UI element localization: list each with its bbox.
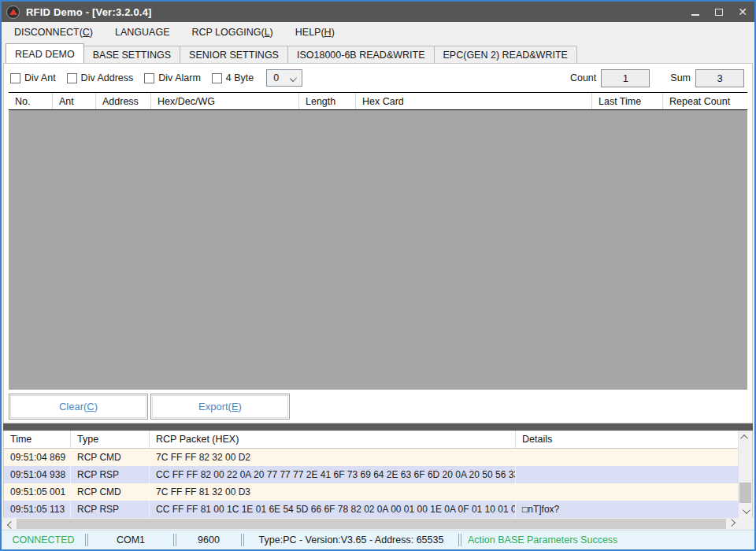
column-header-no[interactable]: No. xyxy=(9,93,53,109)
filter-row: Div Ant Div Address Div Alarm 4 Byte 0 C… xyxy=(9,64,747,92)
div-ant-checkbox[interactable] xyxy=(10,73,20,83)
log-time: 09:51:04 938 xyxy=(4,466,71,483)
vertical-scrollbar[interactable] xyxy=(738,431,752,518)
log-time: 09:51:05 001 xyxy=(4,483,71,501)
four-byte-checkbox-group[interactable]: 4 Byte xyxy=(212,72,254,83)
horizontal-scroll-thumb[interactable] xyxy=(17,519,726,529)
scroll-up-icon xyxy=(740,435,748,442)
log-packet: CC FF FF 81 00 1C 1E 01 6E 54 5D 66 6F 7… xyxy=(150,501,516,518)
log-packet: CC FF FF 82 00 22 0A 20 77 77 77 2E 41 6… xyxy=(150,466,516,483)
log-table-header: Time Type RCP Packet (HEX) Details xyxy=(4,431,738,449)
four-byte-checkbox[interactable] xyxy=(212,73,222,83)
tab-strip: READ DEMO BASE SETTINGS SENIOR SETTINGS … xyxy=(2,43,754,63)
status-bar: CONNECTED COM1 9600 Type:PC - Version:V3… xyxy=(2,530,754,549)
column-header-length[interactable]: Length xyxy=(299,93,356,109)
div-ant-checkbox-group[interactable]: Div Ant xyxy=(10,72,56,83)
title-bar: RFID Demo - [Ver:3.2.0.4] ✕ xyxy=(2,2,754,22)
log-row[interactable]: 09:51:04 869 RCP CMD 7C FF FF 82 32 00 D… xyxy=(4,449,738,466)
minimize-button[interactable] xyxy=(684,2,707,22)
scroll-left-icon xyxy=(7,521,15,529)
vertical-scroll-thumb[interactable] xyxy=(739,483,751,503)
tab-base-settings[interactable]: BASE SETTINGS xyxy=(83,46,180,63)
log-details xyxy=(516,449,738,466)
rcp-log-table: Time Type RCP Packet (HEX) Details 09:51… xyxy=(4,431,738,518)
scroll-up-button[interactable] xyxy=(739,431,752,444)
connection-status: CONNECTED xyxy=(2,531,85,549)
sum-label: Sum xyxy=(670,72,691,83)
log-time: 09:51:04 869 xyxy=(4,449,71,466)
log-type: RCP CMD xyxy=(71,449,150,466)
div-address-checkbox[interactable] xyxy=(67,73,77,83)
log-row[interactable]: 09:51:05 001 RCP CMD 7C FF FF 81 32 00 D… xyxy=(4,483,738,501)
count-field[interactable]: 1 xyxy=(601,69,650,87)
div-alarm-checkbox-group[interactable]: Div Alarm xyxy=(144,72,200,83)
scroll-right-icon xyxy=(728,519,736,527)
scroll-right-button[interactable] xyxy=(726,518,739,530)
byte-offset-dropdown[interactable]: 0 xyxy=(266,69,302,87)
window-title: RFID Demo - [Ver:3.2.0.4] xyxy=(26,6,152,18)
splitter-bar[interactable] xyxy=(3,423,753,431)
log-details xyxy=(516,466,738,483)
log-column-packet[interactable]: RCP Packet (HEX) xyxy=(150,431,516,448)
vertical-scroll-track[interactable] xyxy=(739,444,752,505)
div-ant-label: Div Ant xyxy=(24,72,56,83)
scroll-left-button[interactable] xyxy=(3,518,17,530)
app-window: RFID Demo - [Ver:3.2.0.4] ✕ DISCONNECT(C… xyxy=(0,0,756,551)
sum-field[interactable]: 3 xyxy=(695,69,744,87)
log-type: RCP RSP xyxy=(71,501,150,518)
chevron-down-icon xyxy=(290,75,297,82)
div-alarm-label: Div Alarm xyxy=(158,72,200,83)
tab-read-demo[interactable]: READ DEMO xyxy=(6,43,84,63)
menu-language[interactable]: LANGUAGE xyxy=(107,24,177,41)
log-row[interactable]: 09:51:04 938 RCP RSP CC FF FF 82 00 22 0… xyxy=(4,466,738,483)
log-column-time[interactable]: Time xyxy=(4,431,71,448)
com-port-status: COM1 xyxy=(88,531,173,549)
rcp-log-panel: Time Type RCP Packet (HEX) Details 09:51… xyxy=(3,431,753,518)
column-header-hex-dec-wg[interactable]: Hex/Dec/WG xyxy=(151,93,299,109)
action-result-status: Action BASE Parameters Success xyxy=(461,531,754,549)
column-header-ant[interactable]: Ant xyxy=(53,93,96,109)
scroll-down-button[interactable] xyxy=(739,505,752,518)
log-details xyxy=(516,483,738,501)
div-address-checkbox-group[interactable]: Div Address xyxy=(67,72,134,83)
column-header-last-time[interactable]: Last Time xyxy=(592,93,663,109)
column-header-address[interactable]: Address xyxy=(96,93,151,109)
log-packet: 7C FF FF 82 32 00 D2 xyxy=(150,449,516,466)
close-button[interactable]: ✕ xyxy=(731,2,754,22)
action-button-row: Clear(C) Export(E) xyxy=(9,390,747,423)
export-button[interactable]: Export(E) xyxy=(150,394,290,420)
tab-iso18000-6b[interactable]: ISO18000-6B READ&WRITE xyxy=(287,46,435,63)
horizontal-scrollbar[interactable] xyxy=(3,518,753,530)
div-alarm-checkbox[interactable] xyxy=(144,73,154,83)
log-row[interactable]: 09:51:05 113 RCP RSP CC FF FF 81 00 1C 1… xyxy=(4,501,738,518)
baud-rate-status: 9600 xyxy=(176,531,241,549)
log-column-type[interactable]: Type xyxy=(71,431,150,448)
clear-button[interactable]: Clear(C) xyxy=(9,394,148,420)
scroll-down-icon xyxy=(743,506,750,514)
minimize-icon xyxy=(691,14,699,16)
log-column-details[interactable]: Details xyxy=(516,431,738,448)
column-header-repeat-count[interactable]: Repeat Count xyxy=(663,93,747,109)
tab-epc-gen2[interactable]: EPC(GEN 2) READ&WRITE xyxy=(434,46,577,63)
four-byte-label: 4 Byte xyxy=(226,72,254,83)
read-demo-page: Div Ant Div Address Div Alarm 4 Byte 0 C… xyxy=(3,63,753,423)
menu-rcp-logging[interactable]: RCP LOGGING(L) xyxy=(183,24,280,41)
maximize-button[interactable] xyxy=(707,2,731,22)
maximize-icon xyxy=(715,9,723,16)
menu-help[interactable]: HELP(H) xyxy=(287,24,343,41)
card-table-header: No. Ant Address Hex/Dec/WG Length Hex Ca… xyxy=(9,92,747,110)
menu-bar: DISCONNECT(C) LANGUAGE RCP LOGGING(L) HE… xyxy=(2,22,754,43)
menu-disconnect[interactable]: DISCONNECT(C) xyxy=(6,24,101,41)
log-time: 09:51:05 113 xyxy=(4,501,71,518)
app-logo-icon xyxy=(6,6,20,19)
horizontal-scroll-track[interactable] xyxy=(17,518,726,530)
log-type: RCP RSP xyxy=(71,466,150,483)
card-table-body-empty xyxy=(9,110,747,390)
count-label: Count xyxy=(570,72,596,83)
div-address-label: Div Address xyxy=(81,72,134,83)
log-details: □nT]fox? xyxy=(516,501,738,518)
column-header-hex-card[interactable]: Hex Card xyxy=(356,93,592,109)
tab-senior-settings[interactable]: SENIOR SETTINGS xyxy=(180,46,288,63)
dropdown-value: 0 xyxy=(273,72,279,83)
device-info-status: Type:PC - Version:V3.65 - Address: 65535 xyxy=(244,531,458,549)
